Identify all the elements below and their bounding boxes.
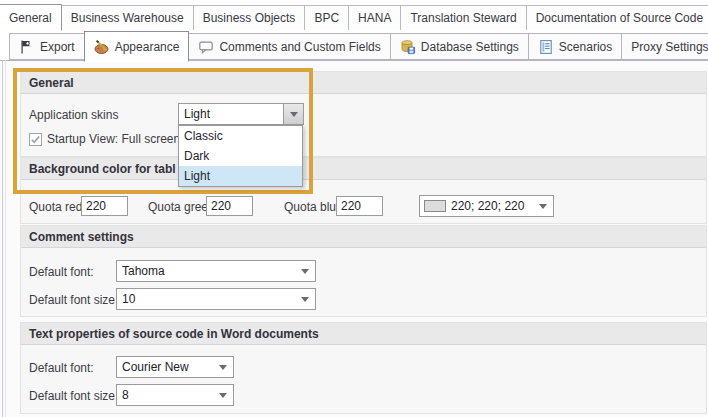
- word-default-font-size-combobox[interactable]: 8: [116, 384, 234, 406]
- chevron-down-icon: [301, 297, 309, 302]
- chevron-down-icon: [219, 393, 227, 398]
- scenarios-icon: [538, 39, 554, 55]
- application-skins-combobox[interactable]: Light: [178, 103, 304, 125]
- quota-red-label: Quota red: [29, 200, 82, 214]
- application-skins-dropdown-button[interactable]: [283, 104, 303, 124]
- tab-export-label: Export: [40, 40, 75, 54]
- tab-hana[interactable]: HANA: [348, 5, 401, 30]
- word-font-dropdown-arrow[interactable]: [213, 357, 233, 377]
- tab-scenarios[interactable]: Scenarios: [528, 33, 622, 60]
- quota-blue-label: Quota blue: [284, 200, 343, 214]
- table-color-value: 220; 220; 220: [446, 199, 533, 213]
- settings-window: General Business Warehouse Business Obje…: [0, 0, 708, 417]
- word-default-font-value: Courier New: [117, 360, 213, 374]
- tab-business-warehouse[interactable]: Business Warehouse: [61, 5, 194, 30]
- export-icon: [19, 39, 35, 55]
- general-group: General Application skins Startup View: …: [20, 71, 707, 157]
- quota-green-input[interactable]: [206, 196, 253, 216]
- tab-scenarios-label: Scenarios: [559, 40, 612, 54]
- comment-icon: [198, 39, 214, 55]
- comment-font-size-dropdown-arrow[interactable]: [295, 289, 315, 309]
- word-default-font-label: Default font:: [29, 361, 94, 375]
- application-skins-value: Light: [179, 107, 283, 121]
- word-default-font-combobox[interactable]: Courier New: [116, 356, 234, 378]
- sub-tab-bar: Export Appearance Comments and Custom Fi…: [10, 33, 708, 60]
- tab-appearance[interactable]: Appearance: [84, 31, 190, 62]
- comment-settings-group: Comment settings Default font: Tahoma De…: [20, 225, 707, 317]
- tab-comments-label: Comments and Custom Fields: [219, 40, 380, 54]
- background-color-group-header: Background color for tabl: [21, 158, 706, 180]
- background-color-group: Background color for tabl Quota red Quot…: [20, 157, 707, 224]
- tab-bpc[interactable]: BPC: [304, 5, 349, 30]
- application-skins-label: Application skins: [29, 108, 118, 122]
- quota-blue-input[interactable]: [336, 196, 383, 216]
- color-swatch: [424, 200, 446, 212]
- startup-fullscreen-checkbox[interactable]: [29, 133, 42, 146]
- chevron-down-icon: [219, 365, 227, 370]
- comment-font-dropdown-arrow[interactable]: [295, 261, 315, 281]
- database-icon: [400, 39, 416, 55]
- startup-fullscreen-row: Startup View: Full screen: [29, 132, 180, 146]
- skin-option-dark[interactable]: Dark: [179, 146, 302, 166]
- application-skins-dropdown-list: Classic Dark Light: [178, 125, 303, 187]
- skin-option-light[interactable]: Light: [179, 166, 302, 186]
- skin-option-classic[interactable]: Classic: [179, 126, 302, 146]
- word-font-size-dropdown-arrow[interactable]: [213, 385, 233, 405]
- tab-proxy-settings-label: Proxy Settings: [631, 40, 708, 54]
- main-tab-bar: General Business Warehouse Business Obje…: [0, 3, 708, 30]
- quota-red-input[interactable]: [81, 196, 128, 216]
- panel-left-border-inner: [5, 60, 6, 417]
- chevron-down-icon: [301, 269, 309, 274]
- table-color-combobox[interactable]: 220; 220; 220: [419, 195, 554, 217]
- word-default-font-size-value: 8: [117, 388, 213, 402]
- tab-documentation-of-source-code[interactable]: Documentation of Source Code: [526, 5, 708, 30]
- comment-settings-group-header: Comment settings: [21, 226, 706, 248]
- comment-default-font-size-value: 10: [117, 292, 295, 306]
- comment-default-font-size-combobox[interactable]: 10: [116, 288, 316, 310]
- checkmark-icon: [30, 134, 41, 145]
- word-text-properties-group-header: Text properties of source code in Word d…: [21, 323, 706, 345]
- comment-default-font-combobox[interactable]: Tahoma: [116, 260, 316, 282]
- chevron-down-icon: [290, 112, 298, 117]
- palette-icon: [94, 39, 110, 55]
- tab-export[interactable]: Export: [9, 33, 85, 60]
- chevron-down-icon: [539, 204, 547, 209]
- table-color-dropdown-arrow[interactable]: [533, 196, 553, 216]
- comment-default-font-size-label: Default font size:: [29, 293, 118, 307]
- tab-translation-steward[interactable]: Translation Steward: [400, 5, 526, 30]
- tab-proxy-settings[interactable]: Proxy Settings: [621, 33, 708, 60]
- general-group-header: General: [21, 72, 706, 94]
- tab-appearance-label: Appearance: [115, 40, 180, 54]
- startup-fullscreen-label: Startup View: Full screen: [47, 132, 180, 146]
- comment-default-font-label: Default font:: [29, 265, 94, 279]
- panel-left-border: [2, 60, 3, 417]
- tab-database-settings-label: Database Settings: [421, 40, 519, 54]
- quota-green-label: Quota green: [148, 200, 215, 214]
- tab-business-objects[interactable]: Business Objects: [193, 5, 306, 30]
- tab-comments-and-custom-fields[interactable]: Comments and Custom Fields: [188, 33, 390, 60]
- tab-general[interactable]: General: [0, 4, 62, 31]
- tab-database-settings[interactable]: Database Settings: [390, 33, 529, 60]
- comment-default-font-value: Tahoma: [117, 264, 295, 278]
- word-default-font-size-label: Default font size:: [29, 389, 118, 403]
- word-text-properties-group: Text properties of source code in Word d…: [20, 322, 707, 414]
